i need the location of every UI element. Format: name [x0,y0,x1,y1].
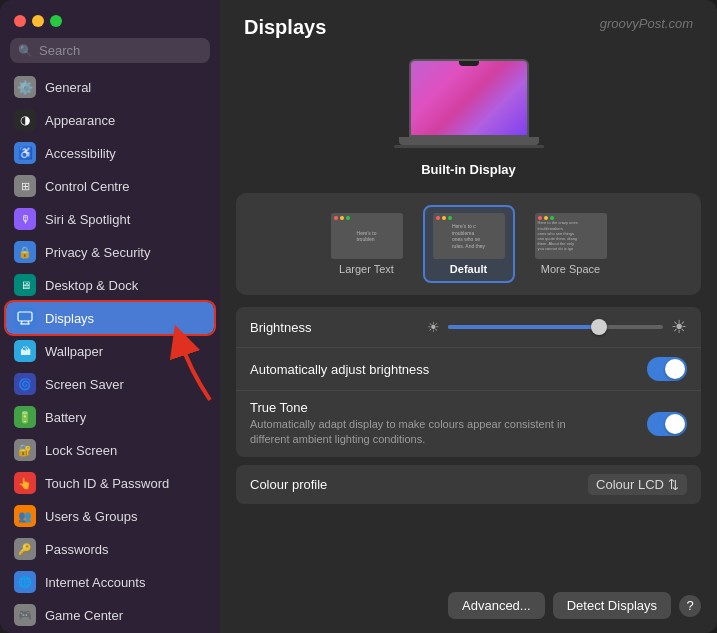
res-preview-default: Here's to ctroublemaones who serules. An… [433,213,505,259]
detect-displays-button[interactable]: Detect Displays [553,592,671,619]
res-preview-text: Here's to ctroublemaones who serules. An… [449,220,488,252]
brightness-slider-thumb[interactable] [591,319,607,335]
sidebar-item-screensaver[interactable]: 🌀 Screen Saver [6,368,214,400]
brightness-slider-fill [448,325,599,329]
auto-brightness-toggle[interactable] [647,357,687,381]
sidebar-item-label: Appearance [45,113,115,128]
displays-icon [14,307,36,329]
resolution-option-default[interactable]: Here's to ctroublemaones who serules. An… [423,205,515,283]
wallpaper-icon: 🏔 [14,340,36,362]
control-centre-icon: ⊞ [14,175,36,197]
accessibility-icon: ♿ [14,142,36,164]
sidebar-item-label: Game Center [45,608,123,623]
colour-profile-select[interactable]: Colour LCD ⇅ [588,474,687,495]
main-content: Displays groovyPost.com Built-in Display [220,0,717,633]
users-icon: 👥 [14,505,36,527]
toggle-knob [665,414,685,434]
display-name: Built-in Display [421,162,516,177]
brightness-slider-track[interactable] [448,325,663,329]
sidebar-item-passwords[interactable]: 🔑 Passwords [6,533,214,565]
sidebar-item-siri[interactable]: 🎙 Siri & Spotlight [6,203,214,235]
res-preview-more-space: Here to the crazy ones troublemakersones… [535,213,607,259]
sidebar-item-gamecenter[interactable]: 🎮 Game Center [6,599,214,631]
auto-brightness-row: Automatically adjust brightness [236,348,701,391]
titlebar [0,0,220,38]
laptop-base [399,137,539,145]
siri-icon: 🎙 [14,208,36,230]
sidebar-section-main: ⚙️ General ◑ Appearance ♿ Accessibility … [0,71,220,633]
settings-area: Brightness ☀ ☀ Automatically adjust brig… [220,295,717,457]
sidebar-item-desktop[interactable]: 🖥 Desktop & Dock [6,269,214,301]
sidebar: 🔍 ⚙️ General ◑ Appearance ♿ Accessibilit… [0,0,220,633]
colour-profile-row: Colour profile Colour LCD ⇅ [236,465,701,504]
laptop-notch [459,61,479,66]
sidebar-item-label: Privacy & Security [45,245,150,260]
minimize-button[interactable] [32,15,44,27]
sidebar-item-label: Battery [45,410,86,425]
watermark: groovyPost.com [600,16,693,31]
brightness-control[interactable]: ☀ ☀ [427,316,687,338]
search-icon: 🔍 [18,44,33,58]
sidebar-item-label: General [45,80,91,95]
res-preview-text: Here's totroublen [354,227,380,246]
true-tone-row: True Tone Automatically adapt display to… [236,391,701,457]
true-tone-label: True Tone [250,400,570,415]
passwords-icon: 🔑 [14,538,36,560]
maximize-button[interactable] [50,15,62,27]
page-title: Displays [244,16,326,39]
sidebar-item-accessibility[interactable]: ♿ Accessibility [6,137,214,169]
true-tone-label-group: True Tone Automatically adapt display to… [250,400,570,448]
sidebar-item-label: Desktop & Dock [45,278,138,293]
search-input[interactable] [39,43,202,58]
sidebar-item-label: Passwords [45,542,109,557]
laptop-foot [394,145,544,148]
sidebar-item-battery[interactable]: 🔋 Battery [6,401,214,433]
sidebar-item-label: Wallpaper [45,344,103,359]
help-button[interactable]: ? [679,595,701,617]
close-button[interactable] [14,15,26,27]
auto-brightness-label: Automatically adjust brightness [250,362,429,377]
colour-profile-label: Colour profile [250,477,327,492]
sidebar-item-label: Displays [45,311,94,326]
sidebar-item-displays[interactable]: Displays [6,302,214,334]
sidebar-item-privacy[interactable]: 🔒 Privacy & Security [6,236,214,268]
brightness-label: Brightness [250,320,311,335]
laptop-screen [409,59,529,137]
resolution-option-larger[interactable]: Here's totroublen Larger Text [321,205,413,283]
svg-rect-0 [18,312,32,321]
sidebar-item-control-centre[interactable]: ⊞ Control Centre [6,170,214,202]
true-tone-sublabel: Automatically adapt display to make colo… [250,417,570,448]
general-icon: ⚙️ [14,76,36,98]
touchid-icon: 👆 [14,472,36,494]
resolution-options: Here's totroublen Larger Text Here's to … [250,205,687,283]
screensaver-icon: 🌀 [14,373,36,395]
sidebar-item-lockscreen[interactable]: 🔐 Lock Screen [6,434,214,466]
sidebar-item-touchid[interactable]: 👆 Touch ID & Password [6,467,214,499]
sidebar-item-appearance[interactable]: ◑ Appearance [6,104,214,136]
res-label-more-space: More Space [541,263,600,275]
sidebar-item-label: Users & Groups [45,509,137,524]
battery-icon: 🔋 [14,406,36,428]
true-tone-toggle[interactable] [647,412,687,436]
sidebar-item-wallpaper[interactable]: 🏔 Wallpaper [6,335,214,367]
toggle-knob [665,359,685,379]
internet-icon: 🌐 [14,571,36,593]
sidebar-item-general[interactable]: ⚙️ General [6,71,214,103]
sidebar-item-label: Touch ID & Password [45,476,169,491]
sidebar-item-internet[interactable]: 🌐 Internet Accounts [6,566,214,598]
chevron-updown-icon: ⇅ [668,477,679,492]
sidebar-item-users[interactable]: 👥 Users & Groups [6,500,214,532]
resolution-section: Here's totroublen Larger Text Here's to … [236,193,701,295]
display-preview-area: Built-in Display [220,49,717,193]
lockscreen-icon: 🔐 [14,439,36,461]
brightness-low-icon: ☀ [427,319,440,335]
sidebar-item-label: Lock Screen [45,443,117,458]
res-label-default: Default [450,263,487,275]
search-bar[interactable]: 🔍 [10,38,210,63]
res-preview-larger: Here's totroublen [331,213,403,259]
brightness-row: Brightness ☀ ☀ [236,307,701,348]
resolution-option-more-space[interactable]: Here to the crazy ones troublemakersones… [525,205,617,283]
advanced-button[interactable]: Advanced... [448,592,545,619]
sidebar-item-label: Siri & Spotlight [45,212,130,227]
desktop-icon: 🖥 [14,274,36,296]
